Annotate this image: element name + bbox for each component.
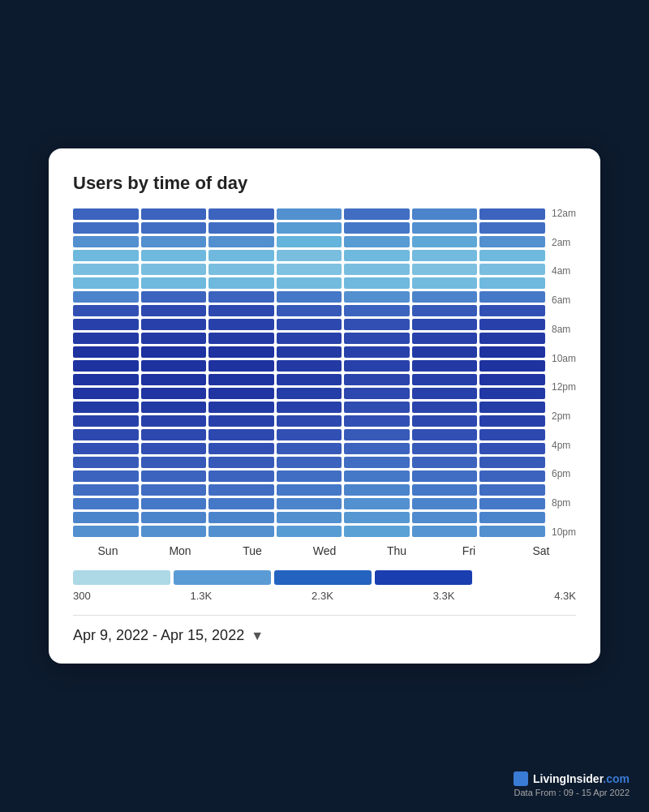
grid-cell bbox=[412, 360, 478, 372]
grid-cell bbox=[344, 208, 410, 220]
grid-cell bbox=[73, 512, 139, 523]
grid-cell bbox=[73, 222, 139, 234]
grid-cell bbox=[412, 264, 478, 275]
date-range-text: Apr 9, 2022 - Apr 15, 2022 bbox=[73, 627, 244, 644]
grid-cell bbox=[344, 402, 410, 413]
brand-icon bbox=[514, 771, 528, 786]
grid-cell bbox=[344, 512, 410, 523]
chart-title: Users by time of day bbox=[73, 173, 576, 194]
x-axis-label: Fri bbox=[434, 544, 504, 557]
grid-cell bbox=[277, 305, 342, 316]
grid-cell bbox=[141, 526, 207, 537]
grid-cell bbox=[141, 415, 207, 427]
grid-cell bbox=[277, 374, 342, 385]
grid-cell bbox=[479, 346, 545, 358]
grid-cell bbox=[412, 305, 478, 316]
grid-cell bbox=[208, 305, 274, 316]
grid-cell bbox=[479, 305, 545, 316]
grid-cell bbox=[479, 470, 545, 482]
grid-row bbox=[73, 388, 545, 399]
x-axis-label: Sat bbox=[506, 544, 576, 557]
grid-cell bbox=[141, 402, 207, 413]
grid-row bbox=[73, 457, 545, 468]
grid-row bbox=[73, 429, 545, 440]
grid-cell bbox=[141, 277, 207, 289]
grid-cell bbox=[141, 470, 207, 482]
grid-cell bbox=[479, 360, 545, 372]
grid-cell bbox=[208, 443, 274, 454]
y-axis-label: 10pm bbox=[552, 527, 576, 537]
grid-row bbox=[73, 360, 545, 372]
grid-row bbox=[73, 498, 545, 509]
grid-cell bbox=[141, 236, 207, 247]
x-axis: SunMonTueWedThuFriSat bbox=[73, 544, 576, 557]
grid-cell bbox=[479, 236, 545, 247]
grid-cell bbox=[73, 305, 139, 316]
grid-cell bbox=[344, 429, 410, 440]
grid-row bbox=[73, 277, 545, 289]
y-axis-label: 4pm bbox=[552, 440, 576, 450]
grid-row bbox=[73, 415, 545, 427]
legend-value: 1.3K bbox=[191, 590, 213, 602]
grid-cell bbox=[73, 498, 139, 509]
grid-cell bbox=[141, 208, 207, 220]
grid-row bbox=[73, 443, 545, 454]
grid-cell bbox=[208, 346, 274, 358]
grid-cell bbox=[344, 470, 410, 482]
grid-cell bbox=[208, 415, 274, 427]
grid-cell bbox=[73, 374, 139, 385]
grid-cell bbox=[141, 291, 207, 303]
grid-cell bbox=[208, 236, 274, 247]
grid-cell bbox=[479, 291, 545, 303]
heatmap-grid bbox=[73, 208, 545, 539]
grid-row bbox=[73, 526, 545, 537]
grid-cell bbox=[141, 360, 207, 372]
grid-cell bbox=[412, 484, 478, 496]
grid-cell bbox=[73, 333, 139, 344]
grid-cell bbox=[277, 208, 342, 220]
grid-cell bbox=[479, 319, 545, 330]
legend bbox=[73, 570, 576, 585]
grid-row bbox=[73, 250, 545, 261]
grid-cell bbox=[141, 346, 207, 358]
grid-cell bbox=[208, 291, 274, 303]
grid-cell bbox=[141, 498, 207, 509]
grid-cell bbox=[479, 457, 545, 468]
dropdown-icon[interactable]: ▼ bbox=[251, 629, 264, 643]
grid-cell bbox=[73, 457, 139, 468]
grid-cell bbox=[141, 429, 207, 440]
grid-cell bbox=[412, 470, 478, 482]
grid-cell bbox=[412, 512, 478, 523]
grid-cell bbox=[73, 429, 139, 440]
grid-cell bbox=[141, 319, 207, 330]
y-axis-label: 6am bbox=[552, 295, 576, 305]
grid-cell bbox=[479, 415, 545, 427]
grid-cell bbox=[141, 457, 207, 468]
grid-cell bbox=[141, 305, 207, 316]
grid-cell bbox=[344, 305, 410, 316]
grid-cell bbox=[479, 277, 545, 289]
grid-cell bbox=[208, 388, 274, 399]
legend-value: 3.3K bbox=[433, 590, 455, 602]
grid-cell bbox=[141, 264, 207, 275]
legend-value: 4.3K bbox=[554, 590, 576, 602]
y-axis: 12am2am4am6am8am10am12pm2pm4pm6pm8pm10pm bbox=[545, 208, 576, 539]
brand: LivingInsider.com bbox=[514, 771, 630, 786]
grid-cell bbox=[412, 526, 478, 537]
grid-cell bbox=[208, 429, 274, 440]
grid-cell bbox=[141, 484, 207, 496]
grid-cell bbox=[73, 388, 139, 399]
grid-cell bbox=[412, 208, 478, 220]
date-range-row[interactable]: Apr 9, 2022 - Apr 15, 2022 ▼ bbox=[73, 627, 576, 644]
grid-cell bbox=[208, 222, 274, 234]
grid-cell bbox=[344, 319, 410, 330]
grid-row bbox=[73, 222, 545, 234]
grid-cell bbox=[277, 360, 342, 372]
legend-value: 300 bbox=[73, 590, 91, 602]
grid-cell bbox=[479, 374, 545, 385]
grid-cell bbox=[412, 374, 478, 385]
grid-cell bbox=[208, 360, 274, 372]
grid-cell bbox=[208, 470, 274, 482]
grid-cell bbox=[141, 222, 207, 234]
grid-cell bbox=[73, 470, 139, 482]
